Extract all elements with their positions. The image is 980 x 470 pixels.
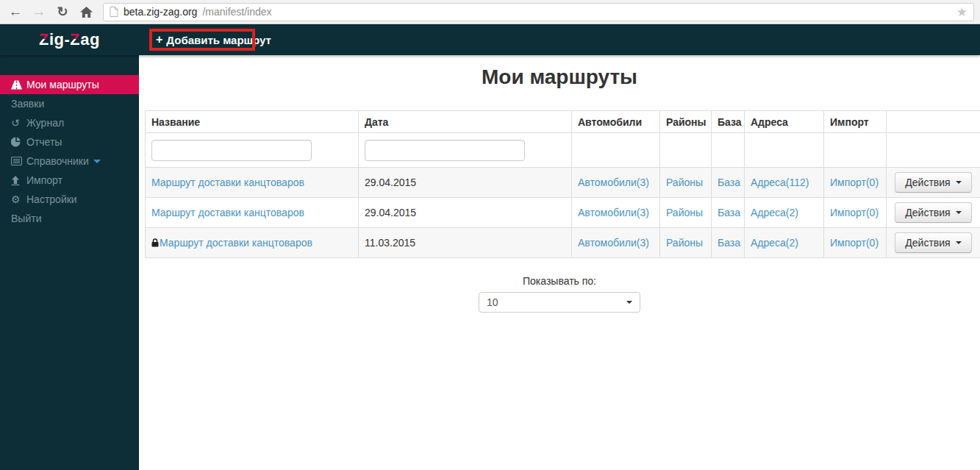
reload-icon[interactable]: ↻ (53, 2, 72, 21)
route-name-link[interactable]: Маршрут доставки канцтоваров (151, 207, 304, 218)
actions-dropdown-button[interactable]: Действия (895, 202, 971, 223)
history-icon: ↺ (11, 118, 26, 128)
actions-dropdown-button[interactable]: Действия (895, 172, 971, 193)
page-icon (110, 7, 118, 17)
home-icon[interactable] (76, 2, 96, 21)
url-bar[interactable]: beta.zig-zag.org/manifest/index ★ (103, 3, 974, 21)
add-route-button[interactable]: + Добавить маршрут (156, 24, 271, 55)
import-link[interactable]: Импорт(0) (830, 207, 879, 218)
sidebar-item-reports[interactable]: Отчеты (0, 132, 139, 152)
sidebar-item-label: Мои маршруты (26, 79, 99, 90)
caret-down-icon (956, 241, 962, 244)
col-header-addresses: Адреса (745, 111, 824, 133)
home-icon-glyph (80, 7, 93, 18)
table-row: Маршрут доставки канцтоваров 29.04.2015 … (146, 198, 980, 228)
list-icon (11, 157, 26, 165)
base-link[interactable]: База (718, 237, 740, 249)
page-size-select[interactable]: 10 (479, 292, 640, 313)
browser-toolbar: ← → ↻ beta.zig-zag.org/manifest/index ★ (0, 0, 980, 24)
cars-link[interactable]: Автомобили(3) (578, 207, 649, 218)
route-name-link[interactable]: Маршрут доставки канцтоваров (160, 237, 312, 249)
logo-r2: ag (80, 30, 100, 49)
addresses-link[interactable]: Адреса(112) (751, 177, 809, 188)
pagination: Показывать по: 10 (139, 275, 980, 313)
route-date: 11.03.2015 (359, 228, 572, 258)
sidebar-item-label: Импорт (26, 174, 62, 186)
table-row: Маршрут доставки канцтоваров 11.03.2015 … (146, 228, 980, 258)
addresses-link[interactable]: Адреса(2) (751, 207, 798, 218)
districts-link[interactable]: Районы (666, 177, 703, 188)
col-header-date[interactable]: Дата (359, 111, 572, 133)
table-header-row: Название Дата Автомобили Районы База Адр… (146, 111, 980, 133)
caret-down-icon (626, 301, 632, 304)
sidebar-item-requests[interactable]: Заявки (0, 94, 139, 113)
app-logo: Zig-Zag (0, 24, 139, 55)
routes-table: Название Дата Автомобили Районы База Адр… (145, 110, 980, 258)
filter-name-input[interactable] (151, 140, 312, 161)
plus-icon: + (156, 33, 162, 46)
logo-z1: Z (39, 30, 49, 49)
sidebar-item-settings[interactable]: ⚙ Настройки (0, 190, 139, 209)
filter-date-input[interactable] (365, 140, 525, 161)
logo-z2: Z (70, 30, 80, 49)
sidebar-item-label: Выйти (11, 213, 41, 224)
sidebar-item-label: Заявки (11, 98, 44, 110)
route-date: 29.04.2015 (359, 168, 572, 198)
col-header-cars: Автомобили (572, 111, 660, 133)
col-header-base: База (712, 111, 745, 133)
bookmark-star-icon[interactable]: ★ (956, 4, 968, 20)
sidebar-item-label: Журнал (26, 117, 64, 129)
base-link[interactable]: База (718, 177, 740, 188)
sidebar-item-import[interactable]: Импорт (0, 171, 139, 190)
app-header: Zig-Zag + Добавить маршрут (0, 24, 980, 55)
table-row: Маршрут доставки канцтоваров 29.04.2015 … (146, 168, 980, 198)
sidebar-item-my-routes[interactable]: Мои маршруты (0, 75, 139, 94)
sidebar-item-logout[interactable]: Выйти (0, 209, 139, 228)
url-path: /manifest/index (202, 6, 271, 18)
lock-icon (151, 238, 159, 249)
districts-link[interactable]: Районы (666, 207, 703, 218)
gear-icon: ⚙ (11, 194, 26, 204)
sidebar-item-label: Отчеты (26, 136, 62, 148)
col-header-actions (887, 111, 980, 133)
route-name-link[interactable]: Маршрут доставки канцтоваров (151, 177, 304, 188)
col-header-name[interactable]: Название (146, 111, 359, 133)
base-link[interactable]: База (718, 207, 740, 218)
back-icon[interactable]: ← (6, 2, 25, 21)
sidebar: Мои маршруты Заявки ↺ Журнал Отчеты (0, 55, 139, 470)
logo-r1: ig- (49, 30, 70, 49)
import-link[interactable]: Импорт(0) (830, 177, 879, 188)
upload-icon (11, 176, 26, 185)
actions-label: Действия (905, 177, 950, 188)
caret-down-icon (956, 181, 962, 184)
import-link[interactable]: Импорт(0) (830, 237, 879, 249)
sidebar-item-journal[interactable]: ↺ Журнал (0, 113, 139, 132)
filter-row (146, 133, 980, 168)
sidebar-item-directories[interactable]: Справочники (0, 152, 139, 171)
url-host: beta.zig-zag.org (124, 6, 197, 18)
districts-link[interactable]: Районы (666, 237, 703, 249)
actions-label: Действия (905, 237, 950, 249)
cars-link[interactable]: Автомобили(3) (578, 177, 649, 188)
main-content: Мои маршруты Название Дата Автомобили Ра… (139, 55, 980, 470)
forward-icon[interactable]: → (29, 2, 49, 21)
road-icon (11, 80, 26, 90)
pie-chart-icon (11, 137, 26, 147)
sidebar-item-label: Настройки (26, 193, 77, 205)
sidebar-item-label: Справочники (26, 155, 89, 167)
addresses-link[interactable]: Адреса(2) (751, 237, 798, 249)
page-title: Мои маршруты (139, 65, 980, 89)
actions-label: Действия (905, 207, 950, 218)
route-date: 29.04.2015 (359, 198, 572, 228)
page-size-value: 10 (487, 296, 498, 308)
col-header-import: Импорт (824, 111, 887, 133)
cars-link[interactable]: Автомобили(3) (578, 237, 649, 249)
caret-down-icon (956, 211, 962, 214)
page-size-label: Показывать по: (139, 275, 980, 287)
add-route-label: Добавить маршрут (166, 34, 271, 46)
col-header-districts: Районы (660, 111, 712, 133)
chevron-down-icon (93, 160, 101, 163)
actions-dropdown-button[interactable]: Действия (895, 232, 971, 253)
